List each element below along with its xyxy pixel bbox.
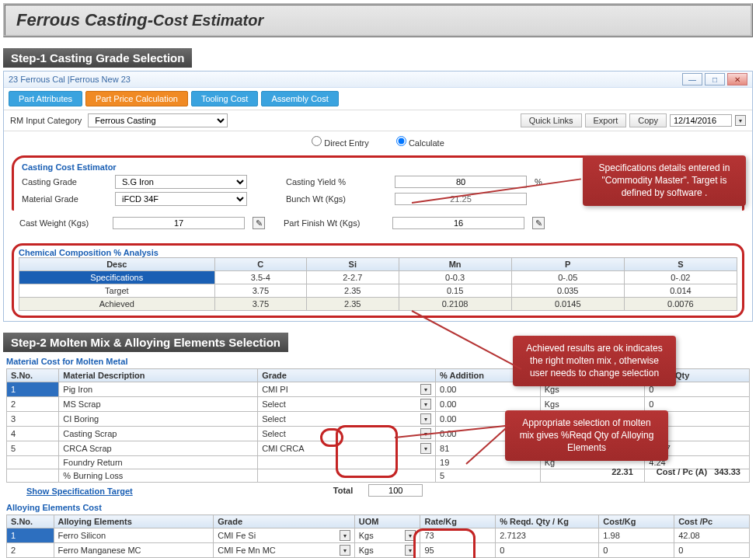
material-grade-select[interactable]: iFCD 34F — [115, 192, 247, 206]
table-row: 2MS ScrapSelect▾0.00Kgs0 — [7, 397, 750, 412]
radio-calculate[interactable]: Calculate — [396, 138, 444, 148]
quick-links-button[interactable]: Quick Links — [521, 113, 582, 127]
chevron-down-icon: ▾ — [340, 545, 350, 556]
copy-button[interactable]: Copy — [629, 113, 667, 127]
chem-col-si: Si — [307, 258, 399, 271]
chem-row-achieved: Achieved 3.752.35 0.21080.0145 0.0076 — [19, 298, 737, 311]
chevron-down-icon: ▾ — [420, 413, 431, 424]
tab-assembly-cost[interactable]: Assembly Cost — [261, 91, 338, 106]
chem-col-c: C — [214, 258, 306, 271]
page-title-bar: Ferrous Casting-Cost Estimator — [3, 3, 753, 37]
minimize-button[interactable]: — — [682, 73, 702, 85]
chem-col-mn: Mn — [399, 258, 511, 271]
date-dropdown[interactable]: ▾ — [735, 115, 746, 126]
maximize-button[interactable]: □ — [705, 73, 725, 85]
cost-pc-label: Cost / Pc (A) — [657, 467, 707, 476]
alloy-table: S.No. Alloying Elements Grade UOM Rate/K… — [6, 514, 750, 558]
casting-grade-select[interactable]: S.G Iron — [115, 175, 247, 189]
radio-direct-entry[interactable]: Direct Entry — [312, 138, 369, 148]
grade-select[interactable]: Select▾ — [262, 428, 431, 439]
material-grade-label: Material Grade — [22, 194, 107, 204]
sum-qty: 22.31 — [611, 467, 633, 476]
alloy-grade-select[interactable]: CMI Fe Mn MC▾ — [218, 545, 350, 556]
tab-tooling-cost[interactable]: Tooling Cost — [191, 91, 259, 106]
title-sub: Cost Estimator — [153, 12, 263, 29]
alloy-header: Alloying Elements Cost — [6, 503, 753, 512]
casting-yield-label: Casting Yield % — [286, 177, 387, 187]
edit-icon-2[interactable]: ✎ — [532, 217, 545, 229]
window-titlebar: 23 Ferrous Cal |Ferrous New 23 — □ ✕ — [4, 71, 752, 88]
callout-achieved: Achieved results are ok indicates the ri… — [513, 336, 676, 386]
toolbar-row: RM Input Category Ferrous Casting Quick … — [4, 110, 752, 131]
chevron-down-icon: ▾ — [405, 545, 416, 556]
total-label: Total — [333, 486, 353, 495]
close-button[interactable]: ✕ — [727, 73, 747, 85]
rm-category-select[interactable]: Ferrous Casting — [88, 113, 228, 127]
alloy-grade-select[interactable]: CMI Fe Si▾ — [218, 530, 350, 541]
export-button[interactable]: Export — [585, 113, 627, 127]
total-value — [368, 484, 423, 497]
casting-grade-label: Casting Grade — [22, 177, 107, 187]
bunch-wt-label: Bunch Wt (Kgs) — [286, 194, 387, 204]
step-1-header: Step-1 Casting Grade Selection — [3, 48, 192, 68]
grade-select[interactable]: Select▾ — [262, 399, 431, 410]
grade-select[interactable]: CMI PI▾ — [262, 384, 431, 395]
table-row: 2Ferro Manganese MCCMI Fe Mn MC▾Kgs▾9500… — [7, 543, 750, 558]
tab-row: Part Attributes Part Price Calculation T… — [4, 88, 752, 110]
chem-col-p: P — [511, 258, 624, 271]
date-field[interactable] — [670, 114, 732, 127]
grade-select[interactable]: Select▾ — [262, 413, 431, 424]
uom-select[interactable]: Kgs▾ — [359, 545, 416, 556]
show-spec-target-link[interactable]: Show Specification Target — [26, 487, 133, 496]
cast-weight-label: Cast Weight (Kgs) — [19, 218, 105, 228]
uom-select[interactable]: Kgs▾ — [359, 530, 416, 541]
callout-specs: Specifications details entered in "Commo… — [583, 155, 746, 206]
tab-part-price-calculation[interactable]: Part Price Calculation — [85, 91, 188, 106]
grade-select[interactable]: CMI CRCA▾ — [262, 443, 431, 454]
chem-table: Desc C Si Mn P S Specifications 3.5-42-2… — [19, 257, 737, 311]
window-caption: 23 Ferrous Cal |Ferrous New 23 — [9, 75, 131, 84]
tab-part-attributes[interactable]: Part Attributes — [9, 91, 82, 106]
edit-icon[interactable]: ✎ — [253, 217, 265, 229]
chem-col-s: S — [624, 258, 737, 271]
entry-mode-row: Direct Entry Calculate — [4, 131, 752, 152]
chevron-down-icon: ▾ — [340, 530, 350, 541]
cost-pc-value: 343.33 — [714, 467, 740, 476]
part-finish-wt-label: Part Finish Wt (Kgs) — [284, 218, 385, 228]
casting-yield-field[interactable] — [395, 176, 527, 188]
chevron-down-icon: ▾ — [420, 384, 431, 395]
title-main: Ferrous Casting- — [16, 10, 153, 30]
table-row: 1Ferro SiliconCMI Fe Si▾Kgs▾732.71231.98… — [7, 528, 750, 543]
chem-row-specs: Specifications 3.5-42-2.7 0-0.30-.05 0-.… — [19, 271, 737, 284]
chem-header: Chemical Composition % Analysis — [19, 248, 737, 257]
chevron-down-icon: ▾ — [420, 399, 431, 410]
chevron-down-icon: ▾ — [420, 443, 431, 454]
chem-composition-box: Chemical Composition % Analysis Desc C S… — [12, 243, 744, 318]
rm-category-label: RM Input Category — [10, 116, 82, 125]
chem-col-desc: Desc — [19, 258, 215, 271]
part-finish-wt-field[interactable] — [392, 217, 524, 229]
chem-row-target: Target 3.752.35 0.150.035 0.014 — [19, 284, 737, 298]
chevron-down-icon: ▾ — [405, 530, 416, 541]
callout-alloy: Appropriate selection of molten mix give… — [505, 410, 668, 461]
step-2-header: Step-2 Molten Mix & Alloying Elements Se… — [3, 333, 288, 352]
cast-weight-field[interactable] — [113, 217, 245, 229]
